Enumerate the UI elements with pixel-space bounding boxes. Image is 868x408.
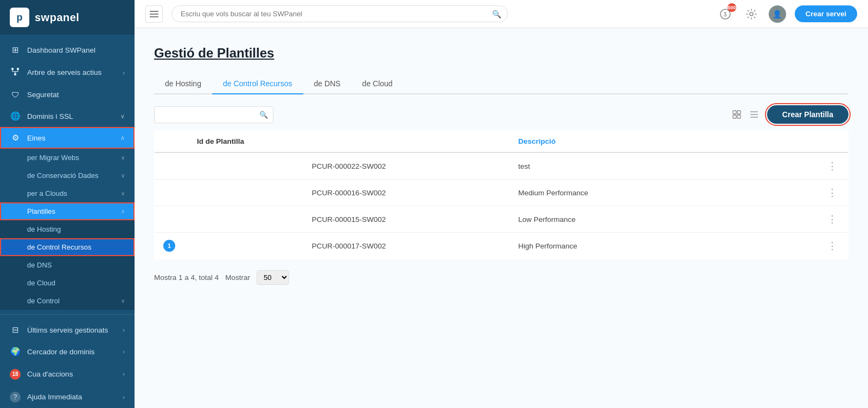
sidebar-item-de-control[interactable]: de Control ∨ bbox=[0, 292, 135, 310]
row-actions[interactable]: ⋮ bbox=[816, 206, 848, 233]
row-actions[interactable]: ⋮ bbox=[816, 180, 848, 206]
chevron-down-icon: ∨ bbox=[121, 155, 125, 161]
search-input[interactable] bbox=[171, 5, 508, 22]
sidebar-sub-label: per a Clouds bbox=[27, 189, 67, 197]
col-id: Id de Plantilla bbox=[188, 131, 509, 153]
svg-rect-0 bbox=[11, 68, 14, 70]
page-title: Gestió de Plantilles bbox=[154, 46, 848, 61]
row-desc: Medium Performance bbox=[509, 180, 816, 206]
sidebar-item-cercador[interactable]: 🌍 Cercador de dominis › bbox=[0, 341, 135, 362]
svg-text:$: $ bbox=[724, 11, 727, 17]
sidebar-logo: p swpanel bbox=[0, 0, 135, 35]
pagination-select[interactable]: 50 25 10 100 bbox=[257, 270, 289, 285]
table-row: PCUR-000022-SW002 test ⋮ bbox=[155, 152, 848, 180]
row-index bbox=[155, 206, 189, 233]
globe-icon: 🌐 bbox=[10, 111, 21, 121]
sidebar-sub-sub-label: de Control Recursos bbox=[27, 243, 92, 251]
chevron-right-icon: › bbox=[123, 394, 125, 400]
sidebar-item-arbre[interactable]: Arbre de serveis actius › bbox=[0, 61, 135, 84]
sidebar-sub-label: de Conservació Dades bbox=[27, 171, 99, 180]
tab-cloud[interactable]: de Cloud bbox=[352, 74, 404, 94]
sidebar-item-cua[interactable]: 18 Cua d'accions › bbox=[0, 362, 135, 386]
table-row: 1 PCUR-000017-SW002 High Performance ⋮ bbox=[155, 233, 848, 259]
grid-view-icon[interactable] bbox=[729, 107, 744, 122]
dashboard-icon: ⊞ bbox=[10, 45, 21, 55]
table-row: PCUR-000015-SW002 Low Performance ⋮ bbox=[155, 206, 848, 233]
sidebar: p swpanel ⊞ Dashboard SWPanel Arbre de s… bbox=[0, 0, 135, 408]
sidebar-item-eines[interactable]: ⚙ Eines ∧ bbox=[0, 127, 135, 149]
sidebar-item-dominis[interactable]: 🌐 Dominis i SSL ∨ bbox=[0, 105, 135, 127]
table-toolbar: 🔍 Crear Plantilla bbox=[154, 105, 848, 124]
table-search-input[interactable] bbox=[154, 106, 273, 123]
row-desc: test bbox=[509, 152, 816, 180]
row-badge: 1 bbox=[163, 240, 175, 252]
sidebar-item-ultims[interactable]: ⊟ Últims serveis gestionats › bbox=[0, 319, 135, 341]
sidebar-item-control-recursos[interactable]: de Control Recursos bbox=[0, 238, 135, 256]
sidebar-item-conservacio[interactable]: de Conservació Dades ∨ bbox=[0, 167, 135, 184]
table-row: PCUR-000016-SW002 Medium Performance ⋮ bbox=[155, 180, 848, 206]
svg-point-13 bbox=[750, 12, 753, 16]
sidebar-item-seguretat[interactable]: 🛡 Seguretat bbox=[0, 84, 135, 105]
globe-search-icon: 🌍 bbox=[10, 347, 21, 356]
collapse-button[interactable] bbox=[145, 5, 163, 23]
more-actions-icon[interactable]: ⋮ bbox=[825, 240, 839, 251]
row-index bbox=[155, 180, 189, 206]
content-area: Gestió de Plantilles de Hosting de Contr… bbox=[135, 28, 868, 408]
sidebar-nav: ⊞ Dashboard SWPanel Arbre de serveis act… bbox=[0, 35, 135, 314]
sidebar-sub-sub-label: de Cloud bbox=[27, 279, 55, 287]
crear-servei-button[interactable]: Crear servei bbox=[795, 5, 857, 22]
tab-hosting[interactable]: de Hosting bbox=[154, 74, 212, 94]
row-desc: High Performance bbox=[509, 233, 816, 259]
sidebar-sub-sub-label: de DNS bbox=[27, 261, 52, 269]
sidebar-item-hosting[interactable]: de Hosting bbox=[0, 220, 135, 238]
view-toggle bbox=[729, 107, 762, 122]
settings-icon[interactable] bbox=[743, 5, 760, 23]
row-actions[interactable]: ⋮ bbox=[816, 152, 848, 180]
sidebar-item-label: Cercador de dominis bbox=[27, 348, 116, 356]
chevron-right-icon: › bbox=[123, 348, 125, 355]
svg-rect-1 bbox=[17, 68, 19, 70]
table-toolbar-right: Crear Plantilla bbox=[729, 105, 848, 124]
svg-rect-16 bbox=[733, 115, 736, 118]
sidebar-item-clouds[interactable]: per a Clouds ∨ bbox=[0, 184, 135, 202]
avatar[interactable]: 👤 bbox=[769, 5, 786, 23]
svg-rect-2 bbox=[14, 73, 16, 75]
tab-control-recursos[interactable]: de Control Recursos bbox=[212, 74, 303, 94]
svg-rect-17 bbox=[737, 115, 741, 118]
sidebar-item-migrar[interactable]: per Migrar Webs ∨ bbox=[0, 149, 135, 167]
sidebar-item-de-cloud[interactable]: de Cloud bbox=[0, 274, 135, 292]
logo-icon: p bbox=[10, 8, 29, 27]
sidebar-item-label: Eines bbox=[27, 134, 114, 142]
notifications-icon[interactable]: $ 500 bbox=[717, 5, 734, 23]
list-view-icon[interactable] bbox=[746, 107, 762, 122]
sidebar-sub-label: per Migrar Webs bbox=[27, 154, 79, 162]
chevron-down-icon: ∨ bbox=[121, 190, 125, 196]
svg-rect-14 bbox=[733, 111, 736, 114]
sidebar-item-ajuda[interactable]: ? Ajuda Immediata › bbox=[0, 386, 135, 409]
sidebar-sub-sub-label: de Hosting bbox=[27, 225, 61, 233]
sidebar-item-label: Últims serveis gestionats bbox=[27, 326, 116, 334]
col-desc[interactable]: Descripció bbox=[509, 131, 816, 153]
help-icon: ? bbox=[10, 392, 21, 403]
more-actions-icon[interactable]: ⋮ bbox=[825, 187, 839, 198]
more-actions-icon[interactable]: ⋮ bbox=[825, 214, 839, 225]
sidebar-item-plantilles[interactable]: Plantilles ∧ bbox=[0, 202, 135, 220]
chevron-up-icon: ∧ bbox=[120, 135, 125, 142]
tab-dns[interactable]: de DNS bbox=[303, 74, 352, 94]
more-actions-icon[interactable]: ⋮ bbox=[825, 161, 839, 171]
col-index bbox=[155, 131, 189, 153]
chevron-down-icon: ∨ bbox=[120, 113, 125, 120]
search-icon: 🔍 bbox=[492, 10, 501, 18]
chevron-right-icon: › bbox=[123, 371, 125, 377]
topbar-right: $ 500 👤 Crear servei bbox=[717, 5, 857, 23]
queue-icon: 18 bbox=[10, 368, 21, 380]
row-actions[interactable]: ⋮ bbox=[816, 233, 848, 259]
crear-plantilla-button[interactable]: Crear Plantilla bbox=[767, 105, 848, 124]
tabs: de Hosting de Control Recursos de DNS de… bbox=[154, 74, 848, 94]
row-id: PCUR-000017-SW002 bbox=[188, 233, 509, 259]
sidebar-bottom: ⊟ Últims serveis gestionats › 🌍 Cercador… bbox=[0, 314, 135, 408]
chevron-down-icon: ∨ bbox=[121, 298, 125, 304]
sidebar-item-dashboard[interactable]: ⊞ Dashboard SWPanel bbox=[0, 39, 135, 61]
sidebar-item-de-dns[interactable]: de DNS bbox=[0, 256, 135, 274]
row-desc: Low Performance bbox=[509, 206, 816, 233]
